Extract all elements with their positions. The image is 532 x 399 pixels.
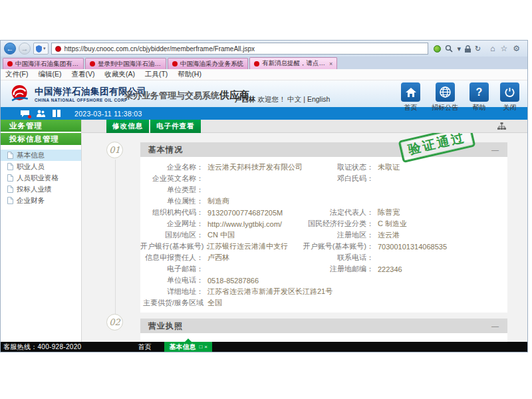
- nav-help[interactable]: ? 帮助: [469, 82, 489, 112]
- field-value: 制造商: [203, 196, 281, 206]
- field-label: 单位属性：: [140, 196, 203, 206]
- field-label: 企业网址：: [140, 219, 203, 229]
- field-value: 70300101314068535: [374, 243, 507, 251]
- field-label: 主要供货/服务区域: [140, 298, 203, 308]
- welcome-text: 欢迎您！: [257, 95, 285, 103]
- message-icon[interactable]: [21, 110, 29, 117]
- sitemap-icon[interactable]: [497, 122, 506, 130]
- notification-badge: [28, 115, 31, 118]
- compatibility-icon[interactable]: [434, 45, 441, 53]
- shield-icon: [36, 45, 42, 53]
- lang-zh-link[interactable]: 中文: [287, 95, 301, 103]
- user-name: 卢西林: [235, 95, 256, 103]
- tab-procurement-system[interactable]: 中国海油采办业务系统: [168, 58, 248, 69]
- form-row: 单位类型：: [140, 184, 507, 196]
- back-icon: ←: [7, 45, 14, 53]
- field-label: 注册地区：: [281, 230, 374, 240]
- sidebar-item-company-finance[interactable]: 企业财务: [1, 195, 81, 206]
- menu-favorites[interactable]: 收藏夹(A): [104, 70, 135, 79]
- help-icon: ?: [476, 86, 483, 98]
- view-efiles-button[interactable]: 电子件查看: [150, 120, 201, 133]
- nav-home[interactable]: 首页: [401, 82, 420, 112]
- form-row: 国别/地区：CN 中国注册地区：连云港: [140, 229, 507, 241]
- system-title-text: 采办业务管理与交易系统: [124, 90, 219, 100]
- section-business-license: 营业执照 —: [140, 319, 507, 342]
- footer-tab-label: 基本信息: [169, 342, 196, 352]
- form-row: 单位属性：制造商: [140, 196, 507, 207]
- menu-file[interactable]: 文件(F): [5, 70, 28, 79]
- sidebar-section-business[interactable]: 业务管理: [1, 120, 81, 132]
- organization-icon[interactable]: [53, 110, 61, 117]
- sidebar-items: 基本信息 职业人员 人员职业资格 投标人业绩: [1, 146, 81, 206]
- sidebar-section-bidinfo[interactable]: 投标信息管理: [1, 133, 81, 145]
- home-icon[interactable]: ⌂: [490, 44, 495, 53]
- content-toolbar: 修改信息 电子件查看: [82, 120, 527, 133]
- field-value: 江苏银行连云港浦中支行: [203, 241, 281, 251]
- field-label: 企业名称：: [140, 162, 203, 172]
- nav-bid-announcements[interactable]: 招标公告: [432, 82, 458, 112]
- favorites-icon[interactable]: ☆: [500, 44, 507, 53]
- content-scroll-area: 01 02 基本情况 — 验证通过 企业名称：连云港天邦科技开发有限公司取证状态…: [82, 133, 527, 342]
- back-button[interactable]: ←: [4, 43, 16, 55]
- sidebar-item-basic-info[interactable]: 基本信息: [1, 150, 81, 161]
- menu-view[interactable]: 查看(V): [71, 70, 94, 79]
- refresh-icon[interactable]: ↻: [475, 45, 481, 53]
- url-text: https://buy.cnooc.com.cn/cbjybidder/memb…: [65, 45, 255, 53]
- close-icon[interactable]: ×: [204, 344, 207, 350]
- menu-tools[interactable]: 工具(T): [145, 70, 168, 79]
- field-label: 开户账号(基本账号)：: [281, 241, 374, 251]
- footer-home-tab[interactable]: 首页: [138, 342, 151, 352]
- field-value: 91320700774687205M: [203, 209, 281, 217]
- section-basic-info: 基本情况 — 验证通过 企业名称：连云港天邦科技开发有限公司取证状态：未取证 企…: [140, 142, 507, 313]
- nav-close[interactable]: 关闭: [500, 82, 519, 112]
- menu-edit[interactable]: 编辑(E): [38, 70, 61, 79]
- tab-cnooc-group[interactable]: 中国海洋石油集团有限公司采...: [3, 58, 84, 69]
- tab-favicon: [7, 61, 13, 66]
- menu-help[interactable]: 帮助(H): [178, 70, 201, 79]
- lang-en-link[interactable]: English: [307, 95, 330, 103]
- address-dropdown[interactable]: ▾: [33, 43, 49, 55]
- settings-icon[interactable]: ⚙: [513, 44, 520, 53]
- field-value: 连云港: [374, 230, 507, 240]
- sidebar-item-label: 基本信息: [17, 151, 45, 160]
- collapse-icon[interactable]: —: [491, 322, 499, 330]
- tab-login[interactable]: 登录到中国海洋石油集团有限...: [85, 58, 166, 69]
- tab-title: 登录到中国海洋石油集团有限...: [98, 60, 162, 68]
- tab-favicon: [254, 61, 259, 66]
- tab-message-alert[interactable]: 有新消息提醒，请点击查看... ×: [249, 57, 337, 69]
- modify-info-button[interactable]: 修改信息: [106, 120, 149, 133]
- user-greeting: 卢西林 欢迎您！ 中文 | English: [235, 95, 330, 104]
- power-icon: [505, 87, 515, 97]
- sidebar-item-bidder-performance[interactable]: 投标人业绩: [1, 184, 81, 195]
- contacts-icon[interactable]: [37, 110, 45, 117]
- sidebar: 业务管理 投标信息管理 基本信息 职业人员 人员职业资格: [1, 120, 82, 352]
- search-dropdown-icon[interactable]: ▾: [457, 45, 461, 53]
- collapse-icon[interactable]: —: [491, 146, 499, 154]
- field-label: 详细地址：: [140, 287, 203, 297]
- hotline-text: 客服热线：400-928-2020: [1, 342, 81, 352]
- sidebar-item-personnel-qualifications[interactable]: 人员职业资格: [1, 172, 81, 184]
- tab-close-icon[interactable]: ×: [329, 61, 332, 67]
- field-label: 注册地邮编：: [281, 264, 374, 274]
- document-icon: [7, 163, 13, 170]
- main-area: 修改信息 电子件查看 01 02 基本情况 — 验证通过: [82, 120, 527, 352]
- search-icon[interactable]: [445, 45, 453, 53]
- forward-button[interactable]: →: [19, 43, 31, 55]
- section-title: 基本情况: [148, 144, 183, 156]
- form-row: 企业名称：连云港天邦科技开发有限公司取证状态：未取证: [140, 162, 507, 173]
- sidebar-item-label: 投标人业绩: [17, 185, 52, 194]
- sidebar-item-professionals[interactable]: 职业人员: [1, 161, 81, 172]
- system-title: 采办业务管理与交易系统供应商: [124, 89, 249, 102]
- footer-active-tab[interactable]: 基本信息 □ ×: [164, 342, 212, 352]
- field-label: 组织机构代码：: [140, 207, 203, 217]
- tab-title: 中国海油采办业务系统: [180, 60, 243, 68]
- form-row: 单位电话：0518-85287866: [140, 275, 507, 286]
- field-value: 江苏省连云港市新浦开发区长江路21号: [203, 287, 281, 297]
- site-favicon: [55, 46, 61, 52]
- urlbar-icons: ▾ ↻: [431, 45, 483, 53]
- restore-icon[interactable]: □: [199, 344, 202, 350]
- field-label: 国别/地区：: [140, 230, 203, 240]
- url-input[interactable]: https://buy.cnooc.com.cn/cbjybidder/memb…: [51, 43, 429, 55]
- field-value: 陈普宽: [374, 207, 507, 217]
- sidebar-item-label: 企业财务: [17, 196, 45, 205]
